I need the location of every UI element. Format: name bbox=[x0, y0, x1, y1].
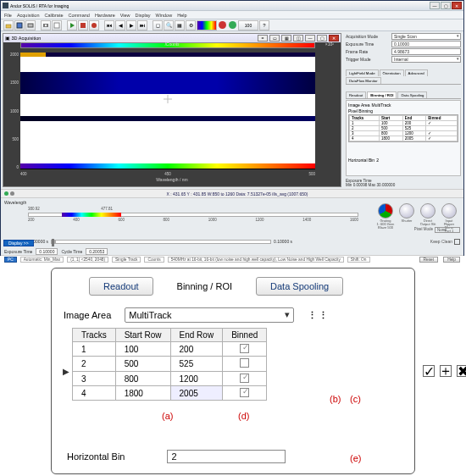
panel-tool-3[interactable]: ▦ bbox=[281, 35, 291, 42]
reset-button[interactable]: Reset bbox=[419, 257, 439, 263]
binned-checkbox[interactable] bbox=[240, 388, 249, 397]
acq-mode-select[interactable]: Single Scan bbox=[391, 33, 461, 40]
tab-orientation[interactable]: Orientation bbox=[380, 69, 404, 76]
panel-tool-1[interactable]: = bbox=[258, 35, 268, 42]
remove-track-button[interactable]: ✖ bbox=[457, 365, 466, 377]
record-icon[interactable] bbox=[89, 20, 99, 30]
options-icon[interactable]: ⚙ bbox=[186, 20, 196, 30]
tab-lightfield-mode[interactable]: LightField Mode bbox=[346, 69, 379, 76]
ws-tick: 1400 bbox=[302, 218, 311, 222]
back-icon[interactable]: ◀ bbox=[115, 20, 125, 30]
help-button[interactable]: Help bbox=[443, 257, 460, 263]
keep-clean-checkbox[interactable] bbox=[454, 239, 460, 245]
image-area-more-button[interactable]: ⋮⋮ bbox=[308, 310, 330, 321]
settings-tab-row-1: LightField Mode Orientation Advanced Dat… bbox=[346, 69, 461, 85]
spectrum-selector[interactable] bbox=[197, 20, 217, 30]
table-row[interactable]: 38001200 bbox=[73, 372, 267, 386]
y-axis: 2000 1500 1000 500 0 bbox=[5, 53, 19, 169]
panel-title: 3D Acquisition bbox=[12, 36, 42, 41]
svg-rect-2 bbox=[28, 24, 33, 27]
help-icon[interactable]: ? bbox=[259, 20, 269, 30]
tab-advanced[interactable]: Advanced bbox=[405, 69, 428, 76]
image-area-label-big: Image Area bbox=[64, 310, 111, 320]
toolbar: ⏮ ◀ ▶ ⏭ ◻ 🔍 ▦ ⚙ 100 ? bbox=[1, 19, 463, 31]
cycle-time-value: 0.20053 bbox=[86, 248, 108, 255]
panel-maximize-button[interactable]: ▢ bbox=[317, 35, 327, 42]
menu-file[interactable]: File bbox=[4, 13, 12, 18]
grid-icon[interactable]: ▦ bbox=[175, 20, 185, 30]
open-icon[interactable] bbox=[3, 20, 14, 30]
tab-data-spooling-big[interactable]: Data Spooling bbox=[256, 277, 343, 296]
col-tracks-big: Tracks bbox=[73, 329, 116, 342]
status-led-2 bbox=[10, 191, 14, 196]
forward-icon[interactable]: ⏭ bbox=[137, 20, 147, 30]
window-minimize-button[interactable]: — bbox=[430, 2, 440, 9]
window-maximize-button[interactable]: ▢ bbox=[441, 2, 451, 9]
acquisition-plot[interactable]: ICounts ×10² 2000 1500 1000 500 0 bbox=[3, 42, 341, 186]
ws-tick: 1000 bbox=[208, 218, 217, 222]
rewind-icon[interactable]: ⏮ bbox=[104, 20, 114, 30]
tab-binning-roi[interactable]: Binning / ROI bbox=[367, 91, 397, 98]
app-window: Andor SOLIS / RTA for Imaging — ▢ ✕ File… bbox=[0, 0, 464, 256]
play-icon[interactable]: ▶ bbox=[126, 20, 136, 30]
camera-icon[interactable] bbox=[41, 20, 51, 30]
binned-checkbox[interactable] bbox=[240, 374, 249, 383]
tab-dataflow-monitor[interactable]: DataFlow Monitor bbox=[346, 77, 381, 84]
menu-display[interactable]: Display bbox=[136, 13, 151, 18]
panel-tool-4[interactable]: ◫ bbox=[293, 35, 303, 42]
tab-readout[interactable]: Readout bbox=[346, 91, 366, 98]
status-chip: Shift: On bbox=[347, 257, 370, 263]
zoom-level-field[interactable]: 100 bbox=[238, 20, 258, 30]
settings-panel: Acquisition Mode Single Scan Exposure Ti… bbox=[343, 31, 463, 189]
table-row[interactable]: 418002005 bbox=[73, 386, 267, 401]
panel-close-button[interactable]: ✕ bbox=[329, 35, 339, 42]
menu-acquisition[interactable]: Acquisition bbox=[17, 13, 40, 18]
tracks-table-big[interactable]: Tracks Start Row End Row Binned 1100200 … bbox=[72, 328, 267, 401]
snapshot-icon[interactable] bbox=[52, 20, 62, 30]
zoom-icon[interactable]: 🔍 bbox=[164, 20, 174, 30]
hbin-field-small[interactable]: 2 bbox=[376, 158, 402, 163]
table-row[interactable]: 1100200 bbox=[73, 342, 267, 357]
image-area[interactable] bbox=[20, 53, 315, 169]
print-icon[interactable] bbox=[25, 20, 36, 30]
image-area-select-big[interactable]: MultiTrack bbox=[125, 307, 294, 323]
tracks-table-small[interactable]: Tracks Start End Binned 1100200✓ 2500525… bbox=[348, 114, 458, 142]
save-icon[interactable] bbox=[14, 20, 25, 30]
roi-tool-icon[interactable]: ◻ bbox=[153, 20, 163, 30]
menu-view[interactable]: View bbox=[120, 13, 130, 18]
menu-window[interactable]: Window bbox=[156, 13, 173, 18]
exposure-time-field[interactable]: 0.10000 bbox=[391, 41, 461, 47]
panel-icon: ▣ bbox=[5, 36, 10, 41]
trigger-mode-select[interactable]: Internal bbox=[391, 56, 461, 63]
shutter-knob[interactable]: Shutter bbox=[397, 203, 416, 233]
tab-data-spooling[interactable]: Data Spooling bbox=[397, 91, 427, 98]
panel-minimize-button[interactable]: — bbox=[305, 35, 315, 42]
frame-rate-field[interactable]: 4.98673 bbox=[391, 48, 461, 55]
table-row[interactable]: 2500525 bbox=[73, 357, 267, 372]
add-track-button[interactable]: ＋ bbox=[440, 365, 452, 377]
exposure-slider[interactable] bbox=[51, 240, 271, 244]
apply-tracks-button[interactable]: ✓ bbox=[423, 365, 435, 377]
menu-help[interactable]: Help bbox=[177, 13, 186, 18]
image-area-select-small[interactable]: MultiTrack bbox=[372, 102, 414, 108]
run-icon[interactable] bbox=[67, 20, 77, 30]
wavelength-slider[interactable] bbox=[28, 213, 358, 217]
tab-binning-roi-big[interactable]: Binning / ROI bbox=[170, 278, 239, 295]
window-close-button[interactable]: ✕ bbox=[452, 2, 462, 9]
binned-checkbox[interactable] bbox=[240, 358, 249, 368]
grating-knob[interactable]: Grating1: 600 l/mm Blaze 500 bbox=[376, 203, 395, 233]
exposure-row: ▸ Exposure 0.00000 s 0.10000 s Keep Clea… bbox=[1, 235, 463, 248]
hbin-field-big[interactable]: 2 bbox=[167, 450, 286, 463]
pixel-mode-select[interactable]: None bbox=[435, 227, 460, 233]
status-chip: Automatic: Min_Max bbox=[20, 257, 64, 263]
menu-hardware[interactable]: Hardware bbox=[95, 13, 115, 18]
stop-icon[interactable] bbox=[78, 20, 88, 30]
binning-roi-panel-small: Image Area MultiTrack Pixel Binning Trac… bbox=[346, 100, 461, 176]
menu-calibrate[interactable]: Calibrate bbox=[44, 13, 63, 18]
tab-readout-big[interactable]: Readout bbox=[89, 277, 153, 296]
menu-command[interactable]: Command bbox=[69, 13, 90, 18]
display-button[interactable]: Display >> bbox=[3, 240, 34, 246]
panel-tool-2[interactable]: ▭ bbox=[269, 35, 280, 42]
binned-checkbox[interactable] bbox=[240, 344, 249, 353]
exposure-time-value[interactable]: 0.10000 bbox=[36, 248, 58, 255]
